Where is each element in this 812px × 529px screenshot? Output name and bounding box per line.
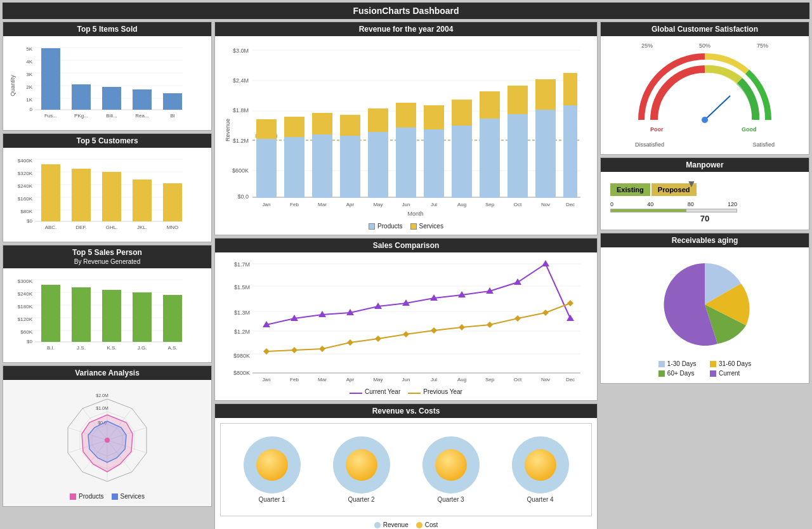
manpower-scale-labels: 0 40 80 120 — [610, 201, 737, 207]
current-color — [710, 370, 716, 377]
legend-current: Current — [710, 370, 751, 377]
svg-text:Dec: Dec — [566, 377, 575, 382]
q2-outer — [333, 436, 390, 493]
right-column: Global Customer Satisfaction 25% 50% 75% — [600, 22, 809, 529]
top5customers-chart: $400K $320K $240K $160K $80K $0 — [8, 153, 186, 235]
bar-nov-serv — [535, 79, 556, 110]
svg-text:$1.7M: $1.7M — [234, 261, 250, 268]
left-column: Top 5 Items Sold Quantity 5K 4K 3K 2K 1K… — [3, 22, 212, 529]
gauge-svg: Poor Good — [635, 50, 775, 139]
sales-comparison-legend: Current Year Previous Year — [220, 388, 592, 395]
satisfaction-title: Global Customer Satisfaction — [601, 22, 809, 36]
services-color — [112, 493, 118, 500]
svg-text:$300K: $300K — [18, 278, 33, 284]
svg-marker-123 — [403, 331, 409, 337]
variance-panel: Variance Analysis — [3, 365, 212, 507]
svg-marker-122 — [375, 336, 381, 342]
prev-year-color — [408, 393, 421, 394]
revenue-legend: Products Services — [220, 223, 592, 230]
bar-apr-prod — [340, 136, 360, 198]
bar-jun-prod — [396, 127, 416, 198]
current-year-line — [266, 264, 570, 325]
manpower-bars-row: Existing Proposed ▼ — [610, 183, 799, 196]
svg-text:$160K: $160K — [18, 196, 33, 202]
svg-point-143 — [702, 117, 708, 123]
dashboard-title: FusionCharts Dashboard — [3, 3, 809, 19]
svg-marker-118 — [263, 348, 270, 355]
svg-text:$800K: $800K — [233, 370, 250, 376]
manpower-panel: Manpower Existing Proposed ▼ 0 40 80 120 — [600, 157, 809, 230]
svg-text:May: May — [373, 377, 383, 382]
svg-text:$1.0M: $1.0M — [96, 406, 108, 410]
svg-text:K.S.: K.S. — [107, 345, 116, 351]
bar-bl — [163, 93, 182, 110]
top5customers-title: Top 5 Customers — [3, 134, 211, 148]
svg-text:Sep: Sep — [485, 202, 495, 207]
revenue-color — [374, 522, 381, 528]
svg-text:$80K: $80K — [20, 209, 32, 214]
bar-def — [72, 169, 91, 221]
revenue-costs-title: Revenue vs. Costs — [215, 404, 597, 418]
legend-1-30: 1-30 Days — [658, 360, 700, 367]
services-rev-color — [410, 223, 417, 230]
1-30-color — [658, 361, 665, 367]
svg-text:Nov: Nov — [541, 202, 550, 207]
bar-ks — [102, 290, 121, 342]
svg-text:$400K: $400K — [18, 158, 33, 164]
svg-text:Rea...: Rea... — [135, 113, 148, 119]
bar-jul-prod — [424, 129, 444, 198]
svg-text:1K: 1K — [26, 97, 32, 103]
svg-marker-129 — [567, 300, 573, 306]
bar-abc — [41, 164, 60, 221]
svg-text:Jul: Jul — [431, 202, 437, 207]
revenue-costs-panel: Revenue vs. Costs Quarter 1 — [214, 403, 598, 529]
svg-text:ABC.: ABC. — [45, 225, 57, 230]
bar-bill — [102, 87, 121, 110]
legend-products-rev: Products — [369, 223, 402, 230]
q4-inner — [525, 449, 556, 481]
bar-jkl — [133, 180, 152, 221]
bar-oct-serv — [508, 86, 528, 114]
svg-line-142 — [705, 96, 730, 120]
prev-year-line — [266, 303, 570, 351]
bar-may-prod — [368, 132, 388, 198]
top5items-content: Quantity 5K 4K 3K 2K 1K 0 — [3, 36, 211, 130]
top5sales-content: $300K $240K $180K $120K $60K $0 B.I. — [3, 268, 211, 362]
svg-text:PKg...: PKg... — [74, 113, 88, 119]
svg-marker-117 — [566, 315, 574, 321]
svg-point-65 — [105, 438, 110, 443]
bubble-row: Quarter 1 Quarter 2 — [227, 430, 585, 509]
sales-comparison-svg: $1.7M $1.5M $1.3M $1.2M $980K $800K — [220, 258, 592, 384]
manpower-title: Manpower — [601, 158, 809, 172]
q4-outer — [512, 436, 569, 493]
svg-text:Aug: Aug — [457, 202, 466, 207]
bar-js — [72, 287, 91, 342]
receivables-content: 1-30 Days 31-60 Days 60+ Days Curre — [601, 247, 809, 383]
gauge-pct-labels: 25% 50% 75% — [641, 42, 768, 49]
svg-text:Sep: Sep — [485, 377, 495, 382]
svg-text:Feb: Feb — [290, 377, 299, 382]
bubble-q2: Quarter 2 — [333, 436, 390, 503]
legend-prev-year: Previous Year — [408, 388, 462, 395]
manpower-content: Existing Proposed ▼ 0 40 80 120 70 — [601, 172, 809, 230]
bar-jg — [133, 292, 152, 342]
app-container: FusionCharts Dashboard Top 5 Items Sold … — [0, 0, 812, 529]
receivables-panel: Receivables aging — [600, 233, 809, 384]
svg-text:Jun: Jun — [402, 202, 410, 207]
svg-text:Revenue: Revenue — [225, 119, 231, 141]
svg-text:3K: 3K — [26, 72, 32, 77]
variance-legend: Products Services — [70, 493, 145, 500]
products-rev-color — [369, 223, 375, 230]
bar-jul-serv — [424, 105, 444, 129]
sales-comparison-panel: Sales Comparison $1.7M $1.5M $1.3M $1.2M… — [214, 238, 598, 401]
top5sales-chart: $300K $240K $180K $120K $60K $0 B.I. — [8, 273, 186, 356]
bar-sep-prod — [480, 119, 500, 198]
bar-as — [163, 295, 182, 342]
svg-text:$2.0M: $2.0M — [96, 393, 108, 398]
pie-legend: 1-30 Days 31-60 Days 60+ Days Curre — [658, 360, 751, 377]
svg-text:May: May — [373, 202, 383, 207]
legend-services-rev: Services — [410, 223, 443, 230]
top5sales-panel: Top 5 Sales Person By Revenue Generated … — [3, 245, 212, 363]
bubble-q1: Quarter 1 — [244, 436, 301, 503]
manpower-arrow-indicator: ▼ — [686, 178, 697, 190]
